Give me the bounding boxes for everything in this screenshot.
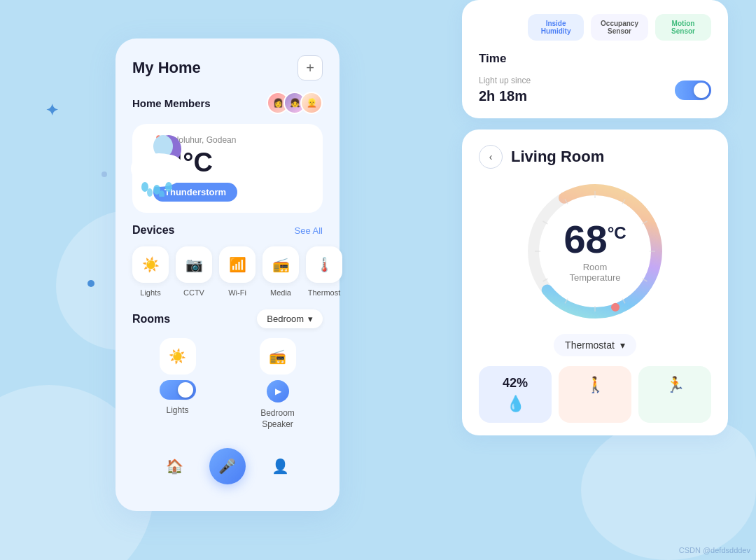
device-cctv[interactable]: 📷 CCTV [176, 246, 212, 297]
time-toggle[interactable] [675, 80, 711, 100]
dropdown-arrow-icon: ▾ [620, 340, 625, 351]
svg-point-8 [147, 188, 153, 197]
living-room-card: ‹ Living Room [462, 130, 728, 435]
rooms-title: Rooms [132, 313, 170, 326]
device-cctv-label: CCTV [183, 288, 204, 297]
phone-header: My Home + [132, 55, 323, 80]
temp-sub-label: RoomTemperature [564, 262, 626, 283]
rooms-grid: ☀️ Lights 📻 ▶ BedroomSpeaker [132, 338, 323, 430]
occupancy-sensor-label: OccupancySensor [601, 20, 638, 35]
devices-header: Devices See All [132, 224, 323, 237]
device-media-icon: 📻 [262, 246, 299, 283]
time-sub-label: Light up since [479, 76, 531, 85]
lr-header: ‹ Living Room [479, 145, 711, 169]
room-speaker-label: BedroomSpeaker [260, 408, 295, 430]
device-cctv-icon: 📷 [176, 246, 212, 283]
avatars-group: 👩 👧 👱 [267, 92, 323, 114]
phone-title: My Home [132, 59, 201, 77]
weather-widget: 📍 Sidoluhur, Godean 24°C Thunderstorm [132, 124, 323, 213]
time-value: 2h 18m [479, 88, 531, 104]
humidity-value: 42% [487, 376, 543, 391]
toggle-thumb [178, 382, 193, 398]
back-button[interactable]: ‹ [479, 145, 503, 169]
time-row: Light up since 2h 18m [479, 76, 711, 104]
rooms-header: Rooms Bedroom ▾ [132, 309, 323, 328]
svg-point-7 [165, 182, 172, 192]
svg-point-4 [155, 155, 183, 177]
person-icon: 🚶 [567, 376, 623, 394]
temp-dial-wrap: 68°C RoomTemperature [479, 181, 711, 321]
bg-blob-3 [581, 420, 756, 560]
room-lights-label: Lights [166, 405, 188, 416]
inside-humidity-tag: InsideHumidity [528, 14, 584, 41]
temp-center: 68°C RoomTemperature [564, 220, 626, 283]
time-section: Time Light up since 2h 18m [479, 52, 711, 104]
motion-sensor-tag: MotionSensor [655, 14, 711, 41]
weather-cloud-icon [118, 134, 195, 197]
sensor-grid: 42% 💧 🚶 🏃 [479, 366, 711, 423]
humidity-sensor-cell: 42% 💧 [479, 366, 552, 423]
device-lights[interactable]: ☀️ Lights [132, 246, 169, 297]
time-section-label: Time [479, 52, 711, 66]
home-members-row: Home Members 👩 👧 👱 [132, 92, 323, 114]
device-wifi[interactable]: 📶 Wi-Fi [219, 246, 255, 297]
sensor-tags-row: InsideHumidity OccupancySensor MotionSen… [479, 14, 711, 41]
home-members-label: Home Members [132, 97, 211, 109]
thermostat-label: Thermostat [565, 340, 615, 351]
motion-sensor-cell: 🏃 [638, 366, 711, 423]
dot-1 [88, 280, 94, 287]
room-speaker-item: 📻 ▶ BedroomSpeaker [232, 338, 323, 430]
sensor-time-card: InsideHumidity OccupancySensor MotionSen… [462, 0, 728, 118]
lr-title: Living Room [511, 148, 604, 166]
see-all-button[interactable]: See All [295, 225, 323, 236]
room-lights-item: ☀️ Lights [132, 338, 223, 430]
motion-icon: 🏃 [647, 376, 703, 394]
toggle-large-thumb [694, 83, 709, 98]
motion-sensor-label: MotionSensor [665, 20, 701, 35]
play-icon: ▶ [275, 386, 281, 396]
time-info: Light up since 2h 18m [479, 76, 531, 104]
devices-row: ☀️ Lights 📷 CCTV 📶 Wi-Fi 📻 Media 🌡️ Ther… [132, 246, 323, 297]
lights-toggle[interactable] [160, 380, 196, 400]
play-button[interactable]: ▶ [267, 380, 289, 402]
devices-title: Devices [132, 224, 175, 237]
watermark: CSDN @defdsdddev [679, 546, 750, 554]
device-lights-label: Lights [140, 288, 160, 297]
chevron-down-icon: ▾ [308, 314, 313, 324]
occupancy-sensor-cell: 🚶 [559, 366, 631, 423]
bottom-nav: 🏠 🎤 👤 [132, 438, 323, 494]
room-dropdown-label: Bedroom [267, 314, 304, 324]
dot-2 [102, 172, 107, 177]
thermostat-dropdown[interactable]: Thermostat ▾ [554, 334, 636, 356]
avatar-3: 👱 [300, 92, 323, 114]
device-thermostat-icon: 🌡️ [306, 246, 342, 283]
temp-dial: 68°C RoomTemperature [525, 181, 665, 321]
device-lights-icon: ☀️ [132, 246, 169, 283]
phone-card: My Home + Home Members 👩 👧 👱 [115, 38, 340, 511]
inside-humidity-label: InsideHumidity [538, 20, 574, 35]
sparkle-1: ✦ [46, 102, 58, 120]
profile-nav-icon[interactable]: 👤 [272, 458, 289, 475]
svg-point-5 [141, 182, 148, 192]
device-media-label: Media [270, 288, 291, 297]
device-thermostat-label: Thermost [308, 288, 340, 297]
room-lights-icon: ☀️ [160, 338, 196, 374]
room-speaker-icon: 📻 [260, 338, 296, 374]
home-nav-icon[interactable]: 🏠 [166, 458, 183, 475]
back-icon: ‹ [489, 151, 493, 162]
plus-icon: + [306, 60, 314, 76]
room-dropdown[interactable]: Bedroom ▾ [257, 309, 323, 328]
right-panel: InsideHumidity OccupancySensor MotionSen… [462, 0, 728, 435]
add-button[interactable]: + [298, 55, 323, 80]
mic-fab-button[interactable]: 🎤 [209, 448, 246, 484]
temp-value: 68°C [564, 220, 626, 259]
humidity-icon: 💧 [487, 395, 543, 413]
device-thermostat[interactable]: 🌡️ Thermost [306, 246, 342, 297]
device-wifi-icon: 📶 [219, 246, 255, 283]
mic-icon: 🎤 [218, 458, 236, 475]
occupancy-sensor-tag: OccupancySensor [591, 14, 648, 41]
device-media[interactable]: 📻 Media [262, 246, 299, 297]
weather-icon-wrap [118, 134, 202, 204]
device-wifi-label: Wi-Fi [228, 288, 246, 297]
